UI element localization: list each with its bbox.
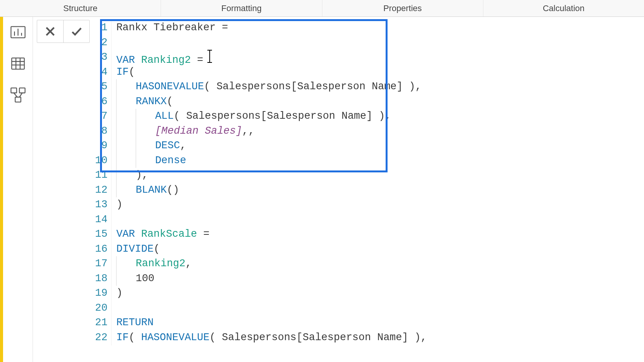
report-view-icon[interactable] [10,24,26,41]
ribbon-tab-properties[interactable]: Properties [322,0,483,16]
svg-rect-9 [11,88,16,93]
token-punc: ( [204,81,216,92]
code-line[interactable]: BLANK() [116,183,427,198]
code-line[interactable]: ) [116,286,427,301]
ribbon-tabs: Structure Formatting Properties Calculat… [0,0,644,17]
line-number: 8 [94,124,108,139]
code-line[interactable]: Ranking2, [116,256,427,271]
code-line[interactable]: ), [116,168,427,183]
token-plain [135,54,141,66]
line-number: 6 [94,94,108,109]
line-number: 7 [94,109,108,124]
token-punc: () [167,184,179,196]
svg-line-12 [14,93,17,97]
token-plain: = [197,228,209,240]
data-view-icon[interactable] [10,55,26,72]
code-line[interactable]: HASONEVALUE( Salespersons[Salesperson Na… [116,79,427,94]
token-punc: ), [403,81,422,92]
token-punc: ,, [242,125,254,137]
token-plain: = [191,54,210,66]
code-line[interactable]: ) [116,197,427,212]
code-line[interactable]: RETURN [116,315,427,330]
accent-bar [0,17,3,362]
code-line[interactable]: [Median Sales],, [116,124,427,139]
check-icon [70,25,83,38]
token-kw: Dense [155,155,186,166]
code-line[interactable]: 100 [116,271,427,286]
line-number: 20 [94,301,108,316]
code-line[interactable]: VAR RankScale = [116,227,427,242]
ribbon-tab-calculation[interactable]: Calculation [483,0,644,16]
line-number: 15 [94,227,108,242]
token-var: RankScale [141,228,197,240]
line-number: 11 [94,168,108,183]
token-var: Ranking2 [136,258,186,269]
code-line[interactable]: IF( [116,65,427,80]
token-punc: ( [129,66,135,78]
line-number: 4 [94,65,108,80]
token-punc: ( [209,332,222,343]
editor-region: 12345678910111213141516171819202122 Rank… [33,17,644,362]
line-number: 1 [94,20,108,35]
token-punc: ( [174,110,186,122]
line-number: 12 [94,183,108,198]
formula-commit-buttons [37,20,90,43]
token-plain [135,228,141,240]
token-func: IF [116,332,128,343]
line-number: 3 [94,50,108,65]
svg-rect-4 [12,58,24,69]
view-switcher [3,17,33,362]
token-kw: DESC [155,140,180,151]
commit-button[interactable] [63,20,89,43]
svg-rect-10 [19,88,25,93]
code-line[interactable]: VAR Ranking2 = [116,50,427,65]
code-line[interactable]: ALL( Salespersons[Salesperson Name] ), [116,109,427,124]
line-number: 5 [94,79,108,94]
line-number: 19 [94,286,108,301]
ribbon-tab-structure[interactable]: Structure [0,0,161,16]
token-kw: RETURN [116,317,153,328]
code-line[interactable]: DESC, [116,138,427,153]
token-func: ALL [155,110,174,122]
code-line[interactable]: DIVIDE( [116,242,427,257]
code-line[interactable]: Dense [116,153,427,168]
token-punc: ( [167,96,173,107]
token-plain: = [216,22,235,33]
token-num: 100 [136,273,154,284]
token-punc: ) [116,199,122,210]
code-line[interactable] [116,301,427,316]
code-line[interactable] [116,35,427,50]
token-punc: ( [154,243,160,255]
token-punc: , [186,258,192,269]
token-func: DIVIDE [116,243,153,255]
token-punc: ) [116,287,122,299]
token-func: RANKX [136,96,167,107]
code-line[interactable]: IF( HASONEVALUE( Salespersons[Salesperso… [116,330,427,345]
ribbon-tab-formatting[interactable]: Formatting [161,0,322,16]
token-func: IF [116,66,128,78]
token-name: Salespersons[Salesperson Name] [217,81,403,92]
dax-code-editor[interactable]: 12345678910111213141516171819202122 Rank… [92,20,427,346]
model-view-icon[interactable] [10,87,26,103]
code-lines[interactable]: Rankx Tiebreaker = VAR Ranking2 = IF( HA… [112,20,427,346]
token-punc: , [180,140,186,151]
token-kw: VAR [116,54,135,66]
token-name: Salespersons[Salesperson Name] [186,110,373,122]
line-number: 10 [94,153,108,168]
cancel-button[interactable] [37,20,63,43]
main-area: 12345678910111213141516171819202122 Rank… [0,17,644,362]
token-func: HASONEVALUE [136,81,204,92]
code-line[interactable]: Rankx Tiebreaker = [116,20,427,35]
line-number: 18 [94,271,108,286]
token-punc: ), [136,169,148,181]
svg-rect-11 [15,97,21,102]
line-number: 21 [94,315,108,330]
line-number: 14 [94,212,108,227]
code-line[interactable]: RANKX( [116,94,427,109]
code-line[interactable] [116,212,427,227]
text-cursor [209,50,210,63]
token-var: Ranking2 [141,54,191,66]
token-func: BLANK [136,184,167,196]
token-punc: ), [373,110,391,122]
token-func: HASONEVALUE [141,332,209,343]
